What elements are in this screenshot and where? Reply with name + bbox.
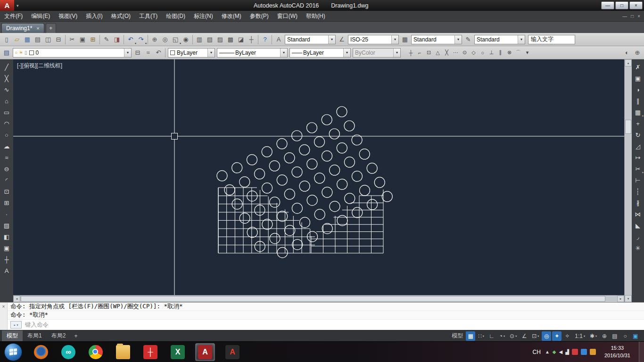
tab-close-icon[interactable]: × (36, 25, 39, 31)
text-entry-box[interactable] (528, 35, 575, 44)
graphics-performance-button[interactable]: ▣ (631, 331, 640, 341)
publish-button[interactable]: ⊟ (53, 34, 64, 45)
taskbar-firefox[interactable] (31, 343, 51, 361)
start-button[interactable] (4, 343, 22, 361)
insert-block-tool-button[interactable]: ⊡ (1, 186, 12, 197)
plot-button[interactable]: ▤ (33, 34, 43, 45)
dimension-style-combo[interactable]: ISO-25▾ (348, 35, 399, 44)
taskbar-file-explorer[interactable] (113, 343, 133, 361)
block-editor-button[interactable]: ◨ (112, 34, 122, 45)
zoom-previous-button[interactable]: ◉ (181, 34, 191, 45)
safely-remove-icon[interactable]: ◆ (553, 349, 556, 354)
layer-previous-button[interactable]: ↶ (153, 48, 164, 58)
osnap-toggle[interactable]: ⊙▾ (508, 331, 519, 341)
isolate-objects-button[interactable]: ○ (620, 331, 630, 341)
scroll-down-arrow-icon[interactable]: ▾ (625, 295, 632, 302)
menu-view[interactable]: 视图(V) (54, 11, 82, 21)
viewport-controls[interactable]: [-][俯视][二维线框] (17, 62, 62, 70)
table-style-button[interactable]: ▦ (400, 34, 410, 45)
multileader-style-button[interactable]: ✎ (463, 34, 473, 45)
chamfer-tool-button[interactable]: ◣ (632, 220, 644, 231)
redo-button[interactable]: ↷▾ (136, 34, 146, 45)
dictionary-icon[interactable] (572, 349, 578, 355)
snap-to-quadrant-button[interactable]: ◇ (469, 48, 478, 58)
scroll-left-arrow-icon[interactable]: ◂ (13, 296, 20, 302)
document-tab[interactable]: Drawing1* × (1, 23, 44, 33)
zoom-realtime-button[interactable]: ◎ (160, 34, 170, 45)
snap-from-button[interactable]: ⌐ (415, 48, 424, 58)
snap-to-endpoint-button[interactable]: ⊡ (424, 48, 433, 58)
sheet-set-manager-button[interactable]: ▩ (225, 34, 236, 45)
clock[interactable]: 15:33 2016/10/31 (600, 345, 635, 359)
arc-tool-button[interactable]: ◠ (1, 118, 12, 129)
markup-set-manager-button[interactable]: ◪ (236, 34, 246, 45)
plot-preview-button[interactable]: ◫ (43, 34, 53, 45)
snap-to-intersection-button[interactable]: ╳ (442, 48, 451, 58)
quick-properties-toggle[interactable]: ▤ (610, 331, 619, 341)
break-tool-button[interactable]: ∦ (632, 197, 644, 208)
ellipse-arc-tool-button[interactable]: ◜ (1, 174, 12, 186)
language-indicator[interactable]: CH (533, 349, 541, 355)
undo-button[interactable]: ↶▾ (125, 34, 136, 45)
rotate-tool-button[interactable]: ↻ (632, 129, 644, 140)
plot-style-combo-dropdown-icon[interactable]: ▾ (393, 49, 400, 57)
copy-clip-button[interactable]: ▣ (77, 34, 88, 45)
layer-combo-dropdown-icon[interactable]: ▾ (124, 49, 131, 57)
model-tab[interactable]: 模型 (2, 330, 23, 341)
object-snap-tracking-toggle[interactable]: ∠ (520, 331, 529, 341)
new-drawing-tab-button[interactable]: + (46, 23, 56, 33)
menu-tools[interactable]: 工具(T) (135, 11, 162, 21)
horizontal-scroll-thumb[interactable] (21, 296, 605, 302)
zoom-window-button[interactable]: ◱▾ (170, 34, 181, 45)
rectangle-tool-button[interactable]: ▭ (1, 107, 12, 118)
menu-dimension[interactable]: 标注(N) (190, 11, 217, 21)
designcenter-button[interactable]: ▧ (205, 34, 215, 45)
copy-tool-button[interactable]: ▣ (632, 73, 644, 84)
autocad-logo-icon[interactable]: A (0, 0, 14, 11)
hatch-tool-button[interactable]: ▨ (1, 220, 12, 231)
snap-to-midpoint-button[interactable]: △ (433, 48, 442, 58)
help-button[interactable]: ? (260, 34, 270, 45)
taskbar-cad-viewer[interactable]: ┼ (140, 343, 160, 361)
tool-palettes-button[interactable]: ▨ (215, 34, 225, 45)
stretch-tool-button[interactable]: ↦ (632, 152, 644, 163)
doc-restore-icon[interactable]: □ (631, 14, 634, 19)
scroll-right-arrow-icon[interactable]: ▸ (617, 296, 624, 302)
plot-style-combo[interactable]: ByColor▾ (353, 48, 401, 58)
menu-modify[interactable]: 修改(M) (217, 11, 246, 21)
workspace-switching-button[interactable]: ✱▾ (588, 331, 599, 341)
snap-to-nearest-button[interactable]: ⌒ (514, 48, 523, 58)
ellipse-tool-button[interactable]: ⊖ (1, 163, 12, 174)
annotation-autoscale-toggle[interactable]: ✧ (562, 331, 572, 341)
security-icon[interactable] (590, 349, 596, 355)
line-tool-button[interactable]: ╱ (1, 61, 12, 73)
snap-to-parallel-button[interactable]: ∥ (496, 48, 505, 58)
snap-to-perpendicular-button[interactable]: ⊥ (487, 48, 496, 58)
layout2-tab[interactable]: 布局2 (47, 330, 71, 341)
make-object-layer-current-button[interactable]: ⊟ (132, 48, 143, 58)
quickcalc-button[interactable]: ┼ (246, 34, 256, 45)
command-close-icon[interactable]: × (2, 304, 5, 330)
vertical-scrollbar[interactable]: ▴ ▾ (624, 59, 632, 302)
linetype-combo[interactable]: ———ByLayer▾ (217, 48, 288, 58)
scale-tool-button[interactable]: ◿ (632, 140, 644, 152)
revision-cloud-tool-button[interactable]: ☁ (1, 140, 12, 152)
linetype-combo-dropdown-icon[interactable]: ▾ (280, 49, 287, 57)
snap-mode-toggle[interactable]: ∷▾ (476, 331, 486, 341)
doc-close-icon[interactable]: × (637, 14, 640, 19)
spline-tool-button[interactable]: ≈ (1, 152, 12, 163)
volume-icon[interactable]: ◀ (559, 349, 563, 354)
snap-to-node-button[interactable]: ⊗ (505, 48, 514, 58)
annotation-visibility-toggle[interactable]: ✦ (552, 331, 561, 341)
temporary-track-point-button[interactable]: ┼ (406, 48, 415, 58)
color-combo-dropdown-icon[interactable]: ▾ (207, 49, 215, 57)
fillet-tool-button[interactable]: ◞ (632, 231, 644, 242)
model-paper-toggle[interactable]: 模型 (450, 331, 465, 341)
paste-button[interactable]: ⊞ (88, 34, 98, 45)
toolbar-add-button[interactable]: ⊕ (632, 48, 643, 58)
table-style-combo[interactable]: Standard▾ (411, 35, 462, 44)
dynamic-input-toggle[interactable]: ⊡▾ (530, 331, 541, 341)
menu-file[interactable]: 文件(F) (0, 11, 27, 21)
multileader-style-combo[interactable]: Standard▾ (474, 35, 525, 44)
vertical-scroll-thumb[interactable] (625, 120, 631, 134)
